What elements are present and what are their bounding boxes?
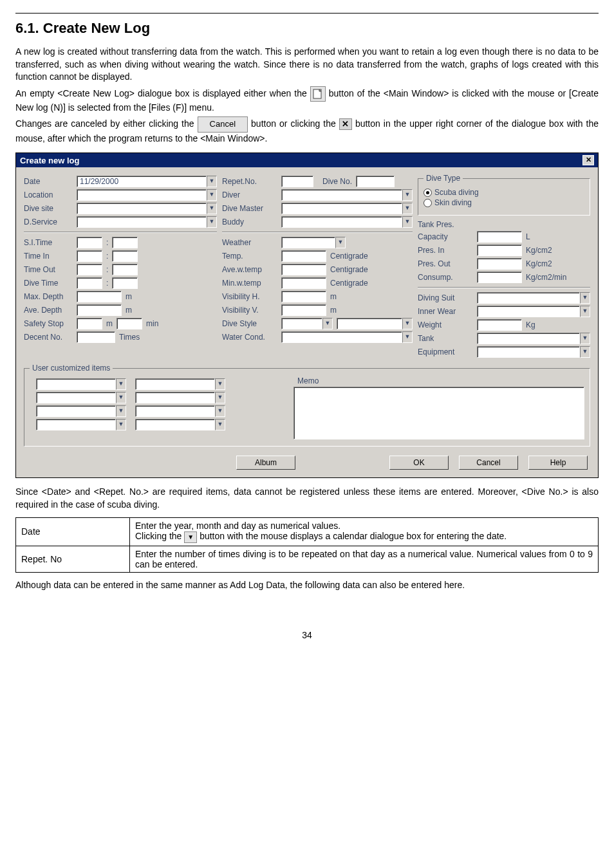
- chevron-down-icon[interactable]: ▼: [402, 318, 413, 329]
- skin-radio[interactable]: Skin diving: [423, 198, 584, 207]
- chevron-down-icon[interactable]: ▼: [215, 405, 225, 417]
- user-item-1a[interactable]: ▼: [36, 378, 126, 390]
- timein-label: Time In: [24, 252, 73, 261]
- chevron-down-icon[interactable]: ▼: [116, 392, 126, 403]
- temp-field[interactable]: [281, 250, 326, 262]
- chevron-down-icon[interactable]: ▼: [215, 419, 225, 430]
- user-item-4b[interactable]: ▼: [135, 419, 225, 430]
- iwear-combo[interactable]: ▼: [477, 306, 590, 317]
- visv-field[interactable]: [281, 304, 326, 316]
- intro-para-3b: button or clicking the: [251, 118, 339, 129]
- presout-field[interactable]: [477, 258, 522, 270]
- avedepth-field[interactable]: [77, 304, 122, 316]
- close-icon[interactable]: ✕: [582, 155, 594, 165]
- tank-combo[interactable]: ▼: [477, 333, 590, 344]
- chevron-down-icon[interactable]: ▼: [580, 306, 590, 317]
- chevron-down-icon[interactable]: ▼: [207, 176, 217, 187]
- maxdepth-field[interactable]: [77, 291, 122, 302]
- user-item-4a[interactable]: ▼: [36, 419, 126, 430]
- album-button[interactable]: Album: [236, 456, 295, 470]
- user-item-2b[interactable]: ▼: [135, 392, 225, 403]
- timein-m[interactable]: [112, 250, 138, 262]
- chevron-down-icon[interactable]: ▼: [116, 378, 126, 390]
- divetime-label: Dive Time: [24, 279, 73, 288]
- chevron-down-icon[interactable]: ▼: [207, 216, 217, 228]
- chevron-down-icon[interactable]: ▼: [402, 189, 413, 201]
- avew-field[interactable]: [281, 264, 326, 275]
- sitime-m[interactable]: [112, 237, 138, 248]
- chevron-down-icon[interactable]: ▼: [215, 392, 225, 403]
- chevron-down-icon[interactable]: ▼: [215, 378, 225, 390]
- timein-h[interactable]: [77, 250, 102, 262]
- chevron-down-icon[interactable]: ▼: [116, 405, 126, 417]
- intro-para-2: An empty <Create New Log> dialogue box i…: [15, 86, 599, 115]
- date-key: Date: [16, 518, 130, 546]
- chevron-down-icon[interactable]: ▼: [580, 292, 590, 304]
- help-button[interactable]: Help: [528, 456, 588, 470]
- temp-unit: Centigrade: [330, 252, 368, 261]
- repet-desc: Enter the number of times diving is to b…: [130, 546, 599, 572]
- date-field[interactable]: 11/29/2000: [77, 176, 207, 187]
- user-item-1b[interactable]: ▼: [135, 378, 225, 390]
- maxdepth-unit: m: [126, 292, 132, 301]
- divetime-h[interactable]: [77, 277, 102, 289]
- presin-field[interactable]: [477, 245, 522, 256]
- weather-label: Weather: [222, 238, 277, 247]
- divetime-m[interactable]: [112, 277, 138, 289]
- weight-field[interactable]: [477, 319, 522, 331]
- weight-unit: Kg: [526, 320, 535, 329]
- chevron-down-icon[interactable]: ▼: [580, 333, 590, 344]
- ok-button[interactable]: OK: [389, 456, 449, 470]
- diveno-field[interactable]: [356, 176, 395, 187]
- wcond-combo[interactable]: ▼: [281, 331, 413, 343]
- dstyle2-combo[interactable]: ▼: [337, 318, 413, 329]
- decent-field[interactable]: [77, 331, 115, 343]
- safety-m-field[interactable]: [77, 318, 102, 329]
- user-item-3b[interactable]: ▼: [135, 405, 225, 417]
- location-combo[interactable]: ▼: [77, 189, 217, 201]
- divesite-combo[interactable]: ▼: [77, 203, 217, 214]
- date-combo[interactable]: 11/29/2000 ▼: [77, 176, 217, 187]
- timeout-m[interactable]: [112, 264, 138, 275]
- diver-combo[interactable]: ▼: [281, 189, 413, 201]
- vish-field[interactable]: [281, 291, 326, 302]
- sitime-h[interactable]: [77, 237, 102, 248]
- chevron-down-icon[interactable]: ▼: [580, 346, 590, 358]
- consump-label: Consump.: [418, 273, 473, 282]
- presin-unit: Kg/cm2: [526, 246, 552, 255]
- safety-min-field[interactable]: [116, 318, 142, 329]
- new-log-icon: [310, 86, 326, 102]
- dstyle-combo[interactable]: ▼: [281, 318, 333, 329]
- memo-field[interactable]: [293, 387, 584, 439]
- date-desc: Enter the year, month and day as numeric…: [130, 518, 599, 546]
- chevron-down-icon[interactable]: ▼: [207, 189, 217, 201]
- weather-combo[interactable]: ▼: [281, 237, 346, 248]
- presout-unit: Kg/cm2: [526, 259, 552, 268]
- equip-combo[interactable]: ▼: [477, 346, 590, 358]
- buddy-combo[interactable]: ▼: [281, 216, 413, 228]
- scuba-radio[interactable]: Scuba diving: [423, 188, 584, 197]
- chevron-down-icon[interactable]: ▼: [335, 237, 346, 248]
- dservice-combo[interactable]: ▼: [77, 216, 217, 228]
- chevron-down-icon[interactable]: ▼: [402, 331, 413, 343]
- user-item-2a[interactable]: ▼: [36, 392, 126, 403]
- date-desc-line2a: Clicking the: [135, 531, 184, 541]
- dsuit-combo[interactable]: ▼: [477, 292, 590, 304]
- dmaster-combo[interactable]: ▼: [281, 203, 413, 214]
- chevron-down-icon[interactable]: ▼: [116, 419, 126, 430]
- repetno-field[interactable]: [281, 176, 313, 187]
- timeout-h[interactable]: [77, 264, 102, 275]
- decent-unit: Times: [119, 333, 140, 342]
- section-heading: 6.1. Create New Log: [15, 20, 599, 37]
- chevron-down-icon[interactable]: ▼: [207, 203, 217, 214]
- visv-label: Visibility V.: [222, 306, 277, 315]
- chevron-down-icon[interactable]: ▼: [402, 216, 413, 228]
- consump-field[interactable]: [477, 272, 522, 283]
- user-item-3a[interactable]: ▼: [36, 405, 126, 417]
- chevron-down-icon[interactable]: ▼: [322, 318, 333, 329]
- chevron-down-icon[interactable]: ▼: [402, 203, 413, 214]
- capacity-field[interactable]: [477, 231, 522, 243]
- minw-field[interactable]: [281, 277, 326, 289]
- vish-label: Visibility H.: [222, 292, 277, 301]
- cancel-button[interactable]: Cancel: [459, 456, 518, 470]
